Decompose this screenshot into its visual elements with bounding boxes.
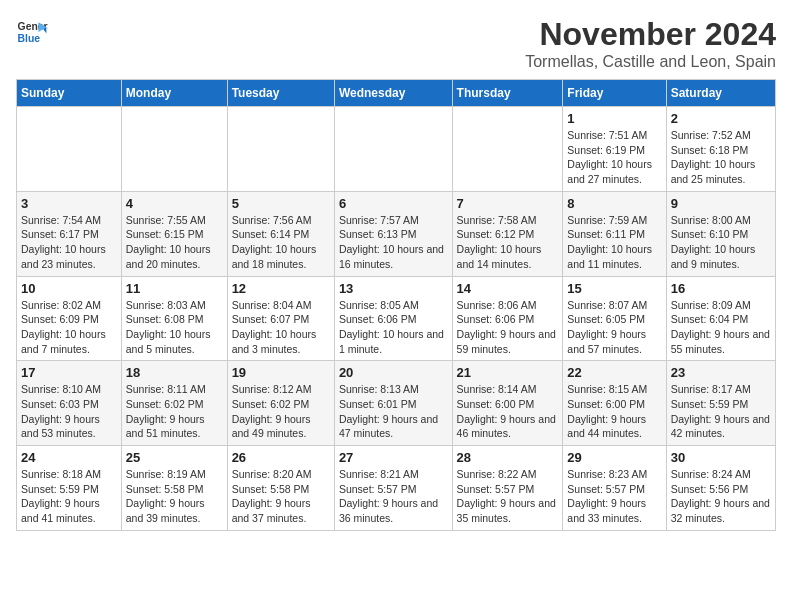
day-info: Sunrise: 8:24 AM Sunset: 5:56 PM Dayligh…	[671, 467, 771, 526]
day-number: 13	[339, 281, 448, 296]
day-info: Sunrise: 8:22 AM Sunset: 5:57 PM Dayligh…	[457, 467, 559, 526]
day-number: 22	[567, 365, 661, 380]
calendar-cell	[334, 107, 452, 192]
calendar-cell: 14Sunrise: 8:06 AM Sunset: 6:06 PM Dayli…	[452, 276, 563, 361]
calendar-cell: 24Sunrise: 8:18 AM Sunset: 5:59 PM Dayli…	[17, 446, 122, 531]
day-info: Sunrise: 7:57 AM Sunset: 6:13 PM Dayligh…	[339, 213, 448, 272]
calendar-cell: 30Sunrise: 8:24 AM Sunset: 5:56 PM Dayli…	[666, 446, 775, 531]
day-number: 18	[126, 365, 223, 380]
day-info: Sunrise: 8:18 AM Sunset: 5:59 PM Dayligh…	[21, 467, 117, 526]
day-number: 1	[567, 111, 661, 126]
day-number: 25	[126, 450, 223, 465]
svg-text:Blue: Blue	[18, 33, 41, 44]
day-info: Sunrise: 8:03 AM Sunset: 6:08 PM Dayligh…	[126, 298, 223, 357]
calendar-cell: 15Sunrise: 8:07 AM Sunset: 6:05 PM Dayli…	[563, 276, 666, 361]
calendar-cell: 12Sunrise: 8:04 AM Sunset: 6:07 PM Dayli…	[227, 276, 334, 361]
day-number: 19	[232, 365, 330, 380]
calendar-cell: 2Sunrise: 7:52 AM Sunset: 6:18 PM Daylig…	[666, 107, 775, 192]
calendar-week-row: 10Sunrise: 8:02 AM Sunset: 6:09 PM Dayli…	[17, 276, 776, 361]
calendar-cell: 27Sunrise: 8:21 AM Sunset: 5:57 PM Dayli…	[334, 446, 452, 531]
day-number: 5	[232, 196, 330, 211]
day-info: Sunrise: 8:06 AM Sunset: 6:06 PM Dayligh…	[457, 298, 559, 357]
day-number: 30	[671, 450, 771, 465]
calendar-cell: 16Sunrise: 8:09 AM Sunset: 6:04 PM Dayli…	[666, 276, 775, 361]
weekday-header-cell: Tuesday	[227, 80, 334, 107]
day-number: 17	[21, 365, 117, 380]
day-info: Sunrise: 8:20 AM Sunset: 5:58 PM Dayligh…	[232, 467, 330, 526]
calendar-cell: 13Sunrise: 8:05 AM Sunset: 6:06 PM Dayli…	[334, 276, 452, 361]
day-info: Sunrise: 8:09 AM Sunset: 6:04 PM Dayligh…	[671, 298, 771, 357]
day-number: 16	[671, 281, 771, 296]
day-info: Sunrise: 8:14 AM Sunset: 6:00 PM Dayligh…	[457, 382, 559, 441]
calendar-week-row: 24Sunrise: 8:18 AM Sunset: 5:59 PM Dayli…	[17, 446, 776, 531]
day-info: Sunrise: 7:55 AM Sunset: 6:15 PM Dayligh…	[126, 213, 223, 272]
calendar-cell: 20Sunrise: 8:13 AM Sunset: 6:01 PM Dayli…	[334, 361, 452, 446]
day-info: Sunrise: 8:10 AM Sunset: 6:03 PM Dayligh…	[21, 382, 117, 441]
day-number: 28	[457, 450, 559, 465]
calendar-cell: 28Sunrise: 8:22 AM Sunset: 5:57 PM Dayli…	[452, 446, 563, 531]
calendar-cell: 21Sunrise: 8:14 AM Sunset: 6:00 PM Dayli…	[452, 361, 563, 446]
weekday-header-cell: Saturday	[666, 80, 775, 107]
calendar-table: SundayMondayTuesdayWednesdayThursdayFrid…	[16, 79, 776, 531]
day-info: Sunrise: 8:13 AM Sunset: 6:01 PM Dayligh…	[339, 382, 448, 441]
calendar-cell: 26Sunrise: 8:20 AM Sunset: 5:58 PM Dayli…	[227, 446, 334, 531]
day-info: Sunrise: 8:05 AM Sunset: 6:06 PM Dayligh…	[339, 298, 448, 357]
weekday-header-cell: Monday	[121, 80, 227, 107]
day-info: Sunrise: 7:56 AM Sunset: 6:14 PM Dayligh…	[232, 213, 330, 272]
day-number: 3	[21, 196, 117, 211]
day-info: Sunrise: 8:17 AM Sunset: 5:59 PM Dayligh…	[671, 382, 771, 441]
day-number: 20	[339, 365, 448, 380]
day-number: 14	[457, 281, 559, 296]
day-number: 9	[671, 196, 771, 211]
day-info: Sunrise: 8:23 AM Sunset: 5:57 PM Dayligh…	[567, 467, 661, 526]
day-info: Sunrise: 7:58 AM Sunset: 6:12 PM Dayligh…	[457, 213, 559, 272]
calendar-cell	[227, 107, 334, 192]
day-info: Sunrise: 8:07 AM Sunset: 6:05 PM Dayligh…	[567, 298, 661, 357]
day-info: Sunrise: 7:54 AM Sunset: 6:17 PM Dayligh…	[21, 213, 117, 272]
location-title: Tormellas, Castille and Leon, Spain	[525, 53, 776, 71]
calendar-cell	[121, 107, 227, 192]
day-number: 11	[126, 281, 223, 296]
day-number: 4	[126, 196, 223, 211]
calendar-cell: 8Sunrise: 7:59 AM Sunset: 6:11 PM Daylig…	[563, 191, 666, 276]
weekday-header-cell: Wednesday	[334, 80, 452, 107]
calendar-cell: 3Sunrise: 7:54 AM Sunset: 6:17 PM Daylig…	[17, 191, 122, 276]
calendar-cell: 4Sunrise: 7:55 AM Sunset: 6:15 PM Daylig…	[121, 191, 227, 276]
page-header: General Blue November 2024 Tormellas, Ca…	[16, 16, 776, 71]
month-title: November 2024	[525, 16, 776, 53]
day-info: Sunrise: 8:02 AM Sunset: 6:09 PM Dayligh…	[21, 298, 117, 357]
calendar-cell: 23Sunrise: 8:17 AM Sunset: 5:59 PM Dayli…	[666, 361, 775, 446]
calendar-cell: 18Sunrise: 8:11 AM Sunset: 6:02 PM Dayli…	[121, 361, 227, 446]
weekday-header-row: SundayMondayTuesdayWednesdayThursdayFrid…	[17, 80, 776, 107]
logo: General Blue	[16, 16, 48, 48]
calendar-cell: 17Sunrise: 8:10 AM Sunset: 6:03 PM Dayli…	[17, 361, 122, 446]
day-number: 2	[671, 111, 771, 126]
calendar-cell: 29Sunrise: 8:23 AM Sunset: 5:57 PM Dayli…	[563, 446, 666, 531]
day-number: 23	[671, 365, 771, 380]
day-info: Sunrise: 8:19 AM Sunset: 5:58 PM Dayligh…	[126, 467, 223, 526]
day-number: 26	[232, 450, 330, 465]
day-number: 21	[457, 365, 559, 380]
weekday-header-cell: Friday	[563, 80, 666, 107]
day-number: 8	[567, 196, 661, 211]
day-number: 10	[21, 281, 117, 296]
day-number: 29	[567, 450, 661, 465]
calendar-cell: 22Sunrise: 8:15 AM Sunset: 6:00 PM Dayli…	[563, 361, 666, 446]
day-number: 12	[232, 281, 330, 296]
day-info: Sunrise: 8:00 AM Sunset: 6:10 PM Dayligh…	[671, 213, 771, 272]
calendar-week-row: 1Sunrise: 7:51 AM Sunset: 6:19 PM Daylig…	[17, 107, 776, 192]
day-info: Sunrise: 8:11 AM Sunset: 6:02 PM Dayligh…	[126, 382, 223, 441]
calendar-cell: 7Sunrise: 7:58 AM Sunset: 6:12 PM Daylig…	[452, 191, 563, 276]
calendar-cell: 10Sunrise: 8:02 AM Sunset: 6:09 PM Dayli…	[17, 276, 122, 361]
calendar-week-row: 17Sunrise: 8:10 AM Sunset: 6:03 PM Dayli…	[17, 361, 776, 446]
calendar-cell: 9Sunrise: 8:00 AM Sunset: 6:10 PM Daylig…	[666, 191, 775, 276]
calendar-cell: 6Sunrise: 7:57 AM Sunset: 6:13 PM Daylig…	[334, 191, 452, 276]
day-info: Sunrise: 7:51 AM Sunset: 6:19 PM Dayligh…	[567, 128, 661, 187]
calendar-cell	[17, 107, 122, 192]
day-info: Sunrise: 7:52 AM Sunset: 6:18 PM Dayligh…	[671, 128, 771, 187]
day-info: Sunrise: 8:04 AM Sunset: 6:07 PM Dayligh…	[232, 298, 330, 357]
weekday-header-cell: Thursday	[452, 80, 563, 107]
day-info: Sunrise: 8:12 AM Sunset: 6:02 PM Dayligh…	[232, 382, 330, 441]
weekday-header-cell: Sunday	[17, 80, 122, 107]
day-number: 27	[339, 450, 448, 465]
